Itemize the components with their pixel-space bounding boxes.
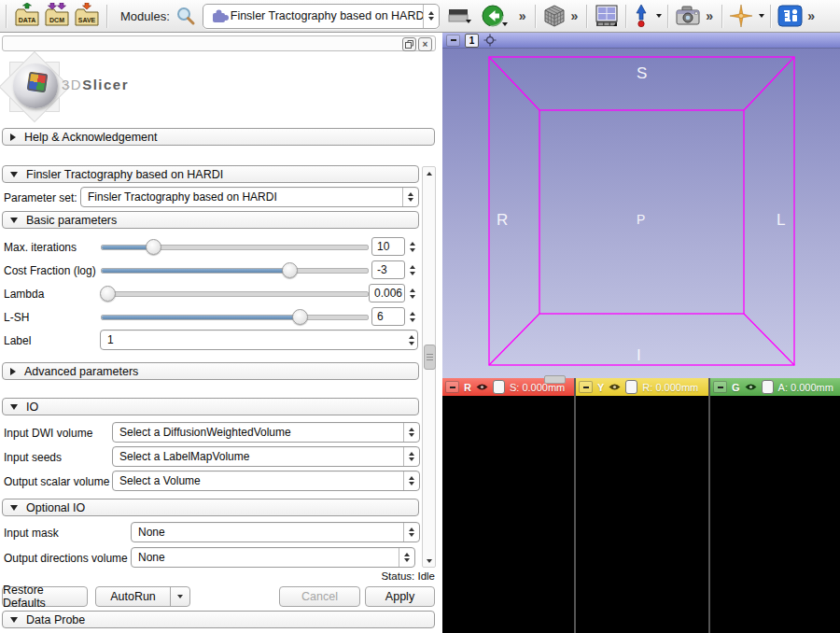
view-pin-button[interactable] — [579, 381, 593, 393]
parameter-set-spinner[interactable] — [402, 188, 418, 206]
combo-spinner[interactable] — [403, 471, 419, 490]
label-field-input[interactable]: 1 — [100, 330, 418, 350]
slider-handle[interactable] — [100, 286, 116, 302]
splitter-handle[interactable] — [544, 375, 566, 384]
extensions-manager-button[interactable] — [777, 4, 803, 28]
lambda-value[interactable]: 0.006 — [369, 284, 405, 302]
lambda-slider[interactable] — [101, 283, 369, 303]
slider-handle[interactable] — [146, 239, 161, 255]
undock-panel-button[interactable] — [402, 37, 416, 51]
module-section-header[interactable]: Finsler Tractography based on HARDI — [2, 165, 419, 183]
four-up-layout-icon — [594, 4, 620, 28]
view-pin-button[interactable] — [446, 35, 460, 47]
toolbar-overflow-chevron[interactable]: » — [703, 8, 716, 23]
input-seeds-combobox[interactable]: Select a LabelMapVolume — [112, 446, 420, 467]
restore-defaults-button[interactable]: Restore Defaults — [2, 586, 88, 607]
visibility-eye-icon[interactable] — [476, 383, 488, 391]
scroll-down-button[interactable] — [423, 555, 435, 567]
io-section[interactable]: IO — [2, 398, 419, 415]
help-acknowledgement-section[interactable]: Help & Acknowledgement — [2, 128, 435, 146]
save-button[interactable]: SAVE — [73, 3, 101, 29]
collapse-triangle-icon — [10, 617, 18, 623]
lsh-slider[interactable] — [101, 306, 369, 327]
slider-track — [101, 268, 369, 274]
toolbar-overflow-chevron[interactable]: » — [805, 8, 818, 23]
lsh-value[interactable]: 6 — [371, 307, 405, 326]
view-label-badge[interactable]: 1 — [465, 34, 479, 48]
purple-down-arrow-icon — [58, 3, 66, 9]
sample-cube-button[interactable] — [542, 4, 567, 28]
cost-fraction-value[interactable]: -3 — [371, 260, 405, 279]
max-iterations-spinner[interactable] — [406, 237, 418, 256]
combo-spinner[interactable] — [399, 548, 414, 567]
slice-offset-slider-handle[interactable] — [493, 380, 505, 394]
autorun-button[interactable]: AutoRun — [95, 586, 190, 607]
undo-navigation-button[interactable] — [481, 4, 505, 28]
load-data-button[interactable]: DATA — [13, 3, 41, 29]
slider-track — [101, 315, 369, 320]
yellow-slice-viewport[interactable] — [576, 396, 708, 633]
section-title: Finsler Tractography based on HARDI — [26, 168, 223, 181]
module-selector-combobox[interactable]: Finsler Tractography based on HARDI — [203, 4, 440, 29]
slice-view-letter: G — [732, 382, 740, 393]
mouse-interaction-mode-button[interactable] — [633, 4, 662, 28]
output-directions-volume-combobox[interactable]: None — [131, 547, 415, 568]
combo-spinner[interactable] — [403, 447, 419, 466]
input-seeds-label: Input seeds — [4, 451, 62, 464]
panel-scrollbar[interactable] — [422, 166, 436, 568]
input-mask-combobox[interactable]: None — [131, 522, 420, 542]
output-scalar-volume-combobox[interactable]: Select a Volume — [112, 471, 420, 491]
module-search-button[interactable] — [175, 6, 196, 26]
minus-icon — [450, 387, 455, 388]
cost-fraction-slider[interactable] — [101, 260, 369, 280]
close-panel-button[interactable]: × — [418, 37, 432, 51]
red-slice-view: R S: 0.000mm — [442, 378, 574, 633]
max-iterations-label: Max. iterations — [4, 241, 77, 254]
toolbar-overflow-chevron[interactable]: » — [516, 8, 529, 23]
input-seeds-value: Select a LabelMapVolume — [113, 450, 403, 463]
basic-parameters-section[interactable]: Basic parameters — [2, 211, 419, 229]
dicom-button[interactable]: DCM — [43, 3, 71, 29]
cancel-button[interactable]: Cancel — [279, 586, 360, 607]
data-probe-section[interactable]: Data Probe — [2, 611, 435, 628]
module-selector-spinner[interactable] — [423, 5, 439, 28]
slice-offset-slider-handle[interactable] — [762, 380, 774, 394]
slider-handle[interactable] — [292, 309, 308, 325]
max-iterations-slider[interactable] — [101, 236, 369, 257]
visibility-eye-icon[interactable] — [609, 383, 621, 391]
slice-offset-slider-handle[interactable] — [625, 380, 637, 394]
apply-button[interactable]: Apply — [365, 586, 435, 607]
layout-history-button[interactable] — [447, 7, 469, 25]
lsh-spinner[interactable] — [406, 307, 418, 326]
red-slice-viewport[interactable] — [442, 396, 574, 633]
max-iterations-value[interactable]: 10 — [371, 237, 405, 256]
visibility-eye-icon[interactable] — [745, 383, 757, 391]
advanced-parameters-section[interactable]: Advanced parameters — [2, 362, 419, 380]
parameter-set-combobox[interactable]: Finsler Tractography based on HARDI — [80, 187, 419, 207]
view-layout-button[interactable] — [594, 4, 620, 28]
combo-spinner[interactable] — [403, 523, 419, 542]
autorun-options-caret[interactable] — [170, 587, 189, 606]
optional-io-section[interactable]: Optional IO — [2, 499, 419, 516]
green-slice-viewport[interactable] — [710, 396, 840, 633]
crosshair-button[interactable] — [729, 4, 764, 28]
cost-fraction-label: Cost Fraction (log) — [4, 264, 96, 277]
input-dwi-volume-combobox[interactable]: Select a DiffusionWeightedVolume — [112, 422, 420, 443]
view-pin-button[interactable] — [445, 381, 459, 393]
threed-viewport[interactable]: S R P L I — [442, 49, 840, 378]
cost-fraction-spinner[interactable] — [406, 260, 418, 279]
section-title: Optional IO — [26, 501, 85, 514]
scroll-up-button[interactable] — [423, 167, 435, 179]
orientation-letter-inferior: I — [637, 346, 641, 364]
logo-slicer-text: Slicer — [82, 77, 129, 92]
screenshot-button[interactable] — [675, 5, 701, 27]
center-view-crosshair-icon[interactable] — [483, 34, 497, 47]
scrollbar-thumb[interactable] — [424, 345, 436, 370]
toolbar-overflow-chevron[interactable]: » — [568, 8, 581, 23]
orange-down-arrow-icon — [83, 3, 91, 9]
slider-handle[interactable] — [282, 262, 298, 278]
label-field-spinner[interactable] — [405, 335, 417, 345]
lambda-spinner[interactable] — [406, 284, 418, 302]
view-pin-button[interactable] — [713, 381, 727, 393]
combo-spinner[interactable] — [403, 423, 419, 442]
